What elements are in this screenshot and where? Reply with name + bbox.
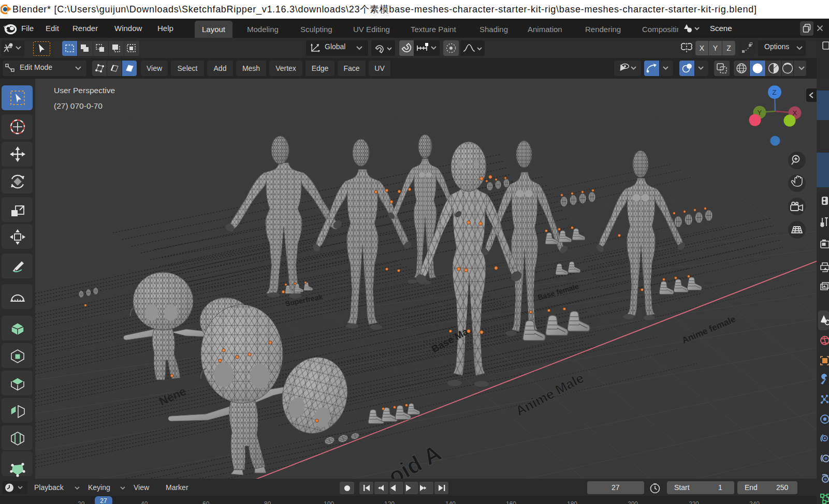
svg-text:(27) 070-0-70: (27) 070-0-70 <box>54 101 103 110</box>
svg-text:X: X <box>793 109 797 117</box>
svg-text:User Perspective: User Perspective <box>54 86 115 95</box>
svg-text:Z: Z <box>773 88 777 96</box>
